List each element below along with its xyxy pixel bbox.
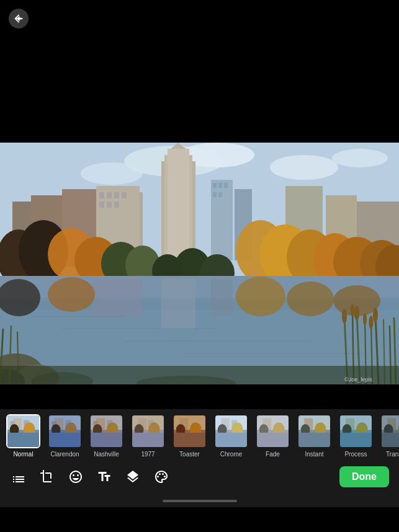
svg-rect-16: [218, 192, 222, 197]
svg-point-3: [81, 162, 143, 185]
svg-rect-95: [7, 433, 39, 447]
svg-point-56: [236, 277, 285, 316]
svg-point-173: [162, 473, 164, 475]
svg-point-75: [342, 309, 347, 324]
svg-text:©Joe_lepis: ©Joe_lepis: [344, 376, 372, 383]
svg-rect-20: [107, 192, 112, 198]
svg-rect-136: [215, 415, 247, 447]
svg-point-5: [332, 149, 388, 167]
filter-label-process: Process: [344, 451, 367, 458]
svg-rect-113: [91, 415, 122, 447]
layer-tool[interactable]: [124, 468, 141, 485]
svg-rect-22: [122, 192, 127, 198]
svg-point-77: [354, 306, 359, 321]
svg-point-4: [270, 155, 338, 180]
svg-point-57: [287, 282, 334, 316]
svg-point-78: [363, 313, 367, 326]
filter-item-instant[interactable]: Instant: [297, 414, 331, 458]
svg-rect-8: [168, 149, 189, 260]
home-indicator: [0, 496, 399, 507]
done-button[interactable]: Done: [339, 466, 389, 487]
svg-point-79: [369, 316, 374, 329]
svg-rect-128: [174, 415, 205, 447]
filter-item-normal[interactable]: Normal: [6, 414, 40, 458]
filter-label-transfer: Transfer: [386, 451, 399, 458]
filter-item-process[interactable]: Process: [339, 414, 373, 458]
app-container: ©Joe_lepis Normal: [0, 0, 399, 532]
svg-rect-14: [224, 183, 228, 188]
filter-item-1977[interactable]: 1977: [131, 414, 165, 458]
toolbar-left: [10, 468, 170, 485]
filter-label-clarendon: Clarendon: [50, 451, 79, 458]
svg-point-76: [351, 304, 354, 316]
filter-label-fade: Fade: [266, 451, 280, 458]
back-button[interactable]: [9, 9, 29, 29]
photo-scene: ©Joe_lepis: [0, 143, 399, 384]
filter-thumb-normal[interactable]: [6, 414, 40, 448]
filter-thumb-nashville[interactable]: [89, 414, 123, 448]
filter-item-fade[interactable]: Fade: [256, 414, 290, 458]
filter-thumb-clarendon[interactable]: [48, 414, 82, 448]
sticker-tool[interactable]: [67, 468, 84, 485]
bottom-toolbar: Done: [0, 460, 399, 496]
svg-rect-23: [99, 202, 104, 208]
svg-rect-10: [211, 180, 233, 260]
text-tool[interactable]: [96, 468, 113, 485]
svg-rect-104: [49, 415, 81, 447]
photo-area: ©Joe_lepis: [0, 143, 399, 384]
svg-rect-25: [114, 202, 119, 208]
svg-point-171: [157, 476, 159, 477]
home-bar: [163, 500, 237, 502]
filter-item-transfer[interactable]: Transfer: [380, 414, 399, 458]
retouch-tool[interactable]: [153, 468, 170, 485]
svg-rect-157: [340, 415, 372, 447]
filter-label-1977: 1977: [141, 451, 155, 458]
svg-rect-24: [107, 202, 112, 208]
mid-gap: [0, 384, 399, 409]
filter-label-chrome: Chrome: [220, 451, 243, 458]
filter-item-nashville[interactable]: Nashville: [89, 414, 123, 458]
top-bar: [0, 0, 399, 143]
filter-label-instant: Instant: [305, 451, 323, 458]
filter-label-nashville: Nashville: [94, 451, 119, 458]
svg-rect-51: [161, 279, 195, 329]
filter-label-toaster: Toaster: [179, 451, 200, 458]
filter-thumb-process[interactable]: [339, 414, 373, 448]
svg-rect-150: [298, 415, 330, 447]
svg-rect-121: [132, 415, 164, 447]
filter-thumb-chrome[interactable]: [214, 414, 248, 448]
svg-rect-12: [213, 183, 217, 188]
svg-rect-52: [211, 279, 233, 316]
filter-item-chrome[interactable]: Chrome: [214, 414, 248, 458]
svg-point-172: [159, 473, 161, 475]
adjust-tool[interactable]: [10, 468, 27, 485]
filter-thumb-fade[interactable]: [256, 414, 290, 448]
filter-thumb-toaster[interactable]: [173, 414, 207, 448]
svg-point-174: [164, 476, 166, 477]
filter-label-normal: Normal: [13, 451, 33, 458]
filter-thumb-transfer[interactable]: [380, 414, 399, 448]
svg-point-55: [48, 277, 95, 312]
crop-tool[interactable]: [38, 468, 56, 485]
svg-point-80: [373, 308, 378, 322]
svg-rect-21: [114, 192, 119, 198]
filter-strip[interactable]: Normal Clarendon: [0, 409, 399, 460]
filter-thumb-1977[interactable]: [131, 414, 165, 448]
svg-rect-53: [93, 279, 143, 316]
svg-rect-143: [257, 415, 289, 447]
svg-rect-19: [99, 192, 104, 198]
filter-thumb-instant[interactable]: [297, 414, 331, 448]
svg-rect-15: [213, 192, 217, 197]
svg-rect-13: [218, 183, 222, 188]
filter-item-toaster[interactable]: Toaster: [173, 414, 207, 458]
svg-rect-164: [382, 415, 399, 447]
filter-item-clarendon[interactable]: Clarendon: [48, 414, 82, 458]
